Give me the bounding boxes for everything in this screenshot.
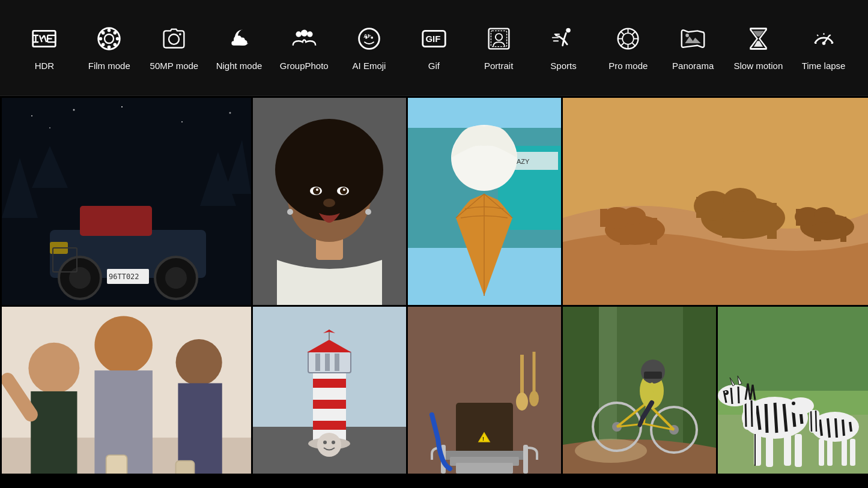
toolbar-item-slow-motion[interactable]: Slow motion	[734, 25, 783, 71]
svg-point-18	[102, 31, 105, 34]
svg-point-65	[121, 106, 123, 107]
svg-point-111	[723, 188, 757, 212]
group-photo-label: GroupPhoto	[280, 61, 329, 71]
camera-modes-toolbar: HDR Film mode	[0, 0, 868, 96]
svg-line-188	[751, 400, 752, 427]
svg-point-88	[287, 209, 293, 215]
svg-point-87	[343, 188, 345, 191]
svg-point-66	[181, 121, 183, 122]
svg-point-20	[114, 31, 117, 34]
svg-point-84	[316, 188, 318, 191]
toolbar-item-time-lapse[interactable]: Time lapse	[800, 25, 848, 71]
pro-mode-icon	[615, 25, 642, 56]
toolbar-item-group-photo[interactable]: GroupPhoto	[280, 25, 329, 71]
toolbar-item-sports[interactable]: Sports	[539, 25, 587, 71]
panorama-icon	[679, 25, 706, 56]
toolbar-item-panorama[interactable]: Panorama	[669, 25, 717, 71]
svg-point-86	[340, 187, 347, 194]
svg-rect-153	[523, 445, 528, 474]
svg-rect-199	[795, 434, 802, 467]
svg-line-192	[738, 387, 739, 403]
svg-rect-206	[819, 439, 824, 466]
ai-emoji-label: AI Emoji	[353, 61, 386, 71]
svg-point-67	[229, 112, 231, 114]
svg-point-89	[323, 199, 335, 207]
svg-line-4	[40, 35, 42, 41]
photo-cell-jeep[interactable]: 96TT022	[2, 98, 251, 305]
svg-point-36	[496, 34, 502, 40]
svg-point-24	[296, 31, 301, 37]
svg-rect-69	[80, 206, 152, 236]
photo-cell-icecream[interactable]: CRAZY	[408, 98, 561, 305]
photo-cell-zebra[interactable]	[718, 307, 868, 474]
svg-point-37	[566, 28, 571, 32]
panorama-label: Panorama	[672, 61, 714, 71]
svg-rect-103	[650, 218, 657, 245]
svg-rect-137	[325, 354, 330, 371]
svg-point-117	[814, 207, 836, 223]
svg-point-31	[371, 36, 373, 38]
svg-point-13	[105, 34, 114, 43]
toolbar-item-pro-mode[interactable]: Pro mode	[604, 25, 652, 71]
svg-rect-128	[176, 461, 195, 474]
svg-point-90	[365, 209, 371, 215]
svg-line-60	[829, 34, 830, 35]
slow-motion-icon	[745, 25, 772, 56]
svg-point-142	[317, 433, 341, 457]
svg-point-144	[332, 441, 335, 444]
svg-rect-122	[31, 391, 77, 474]
toolbar-item-ai-emoji[interactable]: AI + AI Emoji	[345, 25, 393, 71]
photo-camels	[563, 98, 868, 305]
svg-point-143	[323, 441, 327, 444]
svg-point-105	[622, 207, 646, 225]
svg-point-19	[114, 43, 117, 46]
svg-text:GIF: GIF	[425, 34, 440, 44]
photo-cell-lighthouse[interactable]	[253, 307, 406, 474]
toolbar-item-night-mode[interactable]: Night mode	[215, 25, 263, 71]
svg-text:!: !	[482, 436, 484, 442]
photo-cell-friends[interactable]	[2, 307, 251, 474]
svg-point-125	[176, 339, 222, 385]
svg-point-204	[788, 397, 814, 414]
photo-cell-camels[interactable]	[563, 98, 868, 305]
svg-line-6	[44, 35, 47, 41]
svg-point-155	[516, 393, 528, 411]
svg-line-187	[745, 402, 746, 427]
pro-mode-label: Pro mode	[609, 61, 648, 71]
svg-point-17	[116, 37, 120, 40]
toolbar-item-portrait[interactable]: Portrait	[475, 25, 523, 71]
svg-point-121	[28, 343, 79, 394]
svg-point-63	[49, 127, 50, 128]
time-lapse-label: Time lapse	[802, 61, 846, 71]
svg-rect-136	[315, 354, 320, 371]
svg-point-42	[622, 33, 634, 44]
svg-rect-133	[313, 400, 346, 409]
toolbar-item-gif[interactable]: GIF Gif	[410, 25, 458, 71]
svg-line-59	[817, 34, 818, 35]
svg-rect-183	[718, 307, 868, 391]
gif-icon: GIF	[420, 25, 448, 56]
night-mode-label: Night mode	[216, 61, 263, 71]
svg-point-16	[99, 37, 103, 40]
svg-rect-198	[784, 433, 791, 466]
photo-zebras	[718, 307, 868, 474]
toolbar-item-film-mode[interactable]: Film mode	[85, 25, 133, 71]
svg-point-26	[307, 31, 312, 37]
sports-label: Sports	[550, 61, 576, 71]
photo-cell-street[interactable]: !	[408, 307, 561, 474]
svg-line-191	[731, 388, 732, 404]
svg-rect-132	[313, 379, 346, 388]
photo-cell-biker[interactable]	[563, 307, 716, 474]
toolbar-item-50mp[interactable]: 50MP mode	[150, 25, 199, 71]
svg-point-25	[301, 29, 308, 36]
svg-line-47	[621, 31, 624, 34]
svg-rect-208	[842, 439, 847, 466]
svg-rect-178	[644, 372, 662, 379]
film-icon	[96, 25, 123, 56]
svg-point-194	[725, 391, 727, 393]
photo-cell-woman[interactable]	[253, 98, 406, 305]
svg-line-181	[640, 418, 643, 425]
photo-biker	[563, 307, 716, 474]
toolbar-item-hdr[interactable]: HDR	[20, 25, 68, 71]
svg-rect-197	[766, 434, 773, 467]
